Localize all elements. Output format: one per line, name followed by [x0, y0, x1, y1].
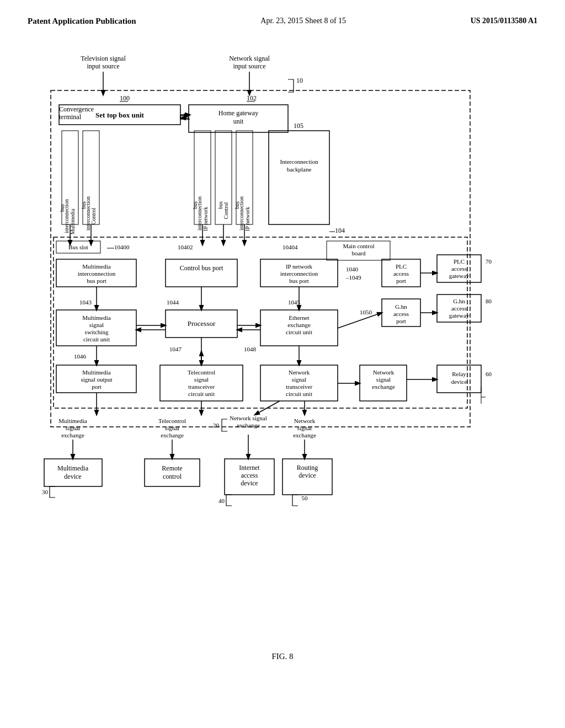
ref-1043: 1043 — [79, 299, 92, 306]
control-bus-port-label: Control bus port — [180, 264, 223, 272]
ref-1050: 1050 — [360, 309, 372, 315]
svg-text:bus: bus — [81, 201, 87, 209]
ref-104: 104 — [335, 227, 345, 234]
svg-text:gateway: gateway — [449, 272, 470, 279]
telecontrol-exchange-label: Telecontrol — [158, 417, 186, 424]
multimedia-port-label: Multimedia — [82, 263, 110, 270]
network-transceiver-label: Network — [289, 369, 310, 376]
svg-text:board: board — [351, 250, 366, 256]
svg-text:device: device — [241, 479, 258, 487]
svg-rect-46 — [166, 259, 237, 287]
svg-text:access: access — [241, 472, 258, 479]
svg-text:access: access — [393, 311, 409, 317]
svg-text:interconnection: interconnection — [78, 270, 116, 277]
ghn-gateway-label: G.hn — [453, 298, 465, 304]
relay-device-label: Relay — [452, 371, 466, 377]
svg-text:circuit unit: circuit unit — [286, 390, 312, 397]
svg-text:bus: bus — [59, 204, 65, 212]
svg-rect-30 — [269, 131, 329, 224]
ip-network-port-label: IP network — [286, 263, 313, 270]
svg-text:device: device — [451, 378, 467, 385]
header-center: Apr. 23, 2015 Sheet 8 of 15 — [260, 17, 346, 25]
plc-access-port-label: PLC — [396, 263, 407, 270]
main-control-board-label: Main control — [343, 243, 374, 249]
multimedia-device-label: Multimedia — [57, 464, 89, 472]
svg-text:transceiver: transceiver — [188, 383, 215, 390]
convergence-terminal-label: Convergence — [59, 105, 94, 113]
ref-1040: 1040 — [346, 266, 359, 272]
svg-text:circuit unit: circuit unit — [188, 390, 215, 397]
figure-label: FIG. 8 — [17, 652, 548, 661]
svg-text:signal: signal — [194, 376, 209, 383]
svg-text:signal: signal — [66, 425, 80, 431]
ref-1045: 1045 — [288, 299, 301, 306]
svg-text:interconnection: interconnection — [280, 270, 318, 277]
ref-60: 60 — [486, 371, 492, 377]
svg-text:backplane: backplane — [287, 166, 312, 173]
interconnection-backplane-label: Interconnection — [280, 158, 318, 165]
svg-text:terminal: terminal — [59, 113, 82, 121]
svg-text:access: access — [451, 265, 467, 272]
processor-label: Processor — [188, 319, 216, 328]
svg-text:control: control — [163, 473, 182, 480]
network-signal-exchange20-label: Network signal — [230, 415, 267, 421]
ref-1049: –1049 — [345, 274, 361, 281]
ref-10400: 10400 — [114, 244, 130, 250]
ref-70: 70 — [486, 258, 492, 265]
svg-text:switching: switching — [85, 329, 109, 335]
ref-102: 102 — [247, 94, 257, 102]
header: Patent Application Publication Apr. 23, … — [17, 11, 548, 29]
svg-text:signal: signal — [165, 425, 179, 431]
svg-text:unit: unit — [233, 117, 244, 125]
svg-text:bus: bus — [192, 201, 198, 209]
ip-bus1-label: IP network — [202, 207, 209, 231]
svg-text:device: device — [64, 473, 81, 480]
svg-text:circuit unit: circuit unit — [286, 329, 312, 335]
svg-text:exchange: exchange — [372, 383, 395, 390]
network-exchange2-label: Network — [294, 417, 316, 424]
svg-text:device: device — [299, 472, 316, 479]
svg-text:access: access — [393, 270, 409, 277]
svg-text:transceiver: transceiver — [286, 383, 313, 390]
svg-text:bus port: bus port — [87, 277, 106, 284]
routing-device-label: Routing — [297, 464, 318, 472]
multimedia-output-label: Multimedia — [82, 369, 110, 376]
svg-text:port: port — [396, 318, 406, 324]
home-gateway-label: Home gateway — [218, 109, 258, 117]
ref-105: 105 — [294, 122, 303, 130]
ref-1048: 1048 — [244, 346, 257, 352]
svg-text:exchange: exchange — [237, 422, 260, 429]
svg-text:exchange: exchange — [161, 432, 184, 438]
svg-text:signal: signal — [292, 376, 306, 383]
network-signal-input-label: Network signal — [229, 55, 270, 62]
svg-text:bus: bus — [234, 201, 240, 209]
ref-40: 40 — [218, 497, 225, 504]
remote-control-label: Remote — [162, 464, 182, 472]
svg-text:input source: input source — [233, 62, 266, 70]
svg-text:exchange: exchange — [287, 322, 311, 328]
svg-text:bus port: bus port — [289, 277, 309, 284]
svg-text:signal: signal — [376, 376, 391, 383]
control-bus-label: Control — [90, 208, 97, 225]
telecontrol-transceiver-label: Telecontrol — [188, 369, 215, 376]
ref-1047: 1047 — [169, 346, 182, 352]
header-left: Patent Application Publication — [28, 17, 136, 26]
network-exchange-box-label: Network — [373, 369, 395, 376]
svg-text:exchange: exchange — [293, 432, 316, 438]
ref-1044: 1044 — [167, 299, 179, 306]
header-right: US 2015/0113580 A1 — [471, 17, 537, 25]
ref-20: 20 — [213, 422, 220, 429]
svg-text:signal: signal — [89, 322, 104, 328]
ref-10404: 10404 — [282, 244, 298, 250]
svg-text:input source: input source — [87, 62, 120, 70]
control-bus2-label: Control — [223, 202, 229, 220]
plc-gateway-label: PLC — [454, 258, 465, 265]
ref-30: 30 — [42, 489, 49, 495]
ref-50: 50 — [302, 495, 308, 501]
svg-text:port: port — [92, 383, 102, 390]
svg-text:signal: signal — [297, 425, 312, 431]
ref-10: 10 — [296, 77, 303, 84]
svg-text:access: access — [451, 305, 467, 312]
diagram-container: Television signal input source Network s… — [18, 40, 547, 646]
tv-signal-label: Television signal — [81, 55, 126, 62]
